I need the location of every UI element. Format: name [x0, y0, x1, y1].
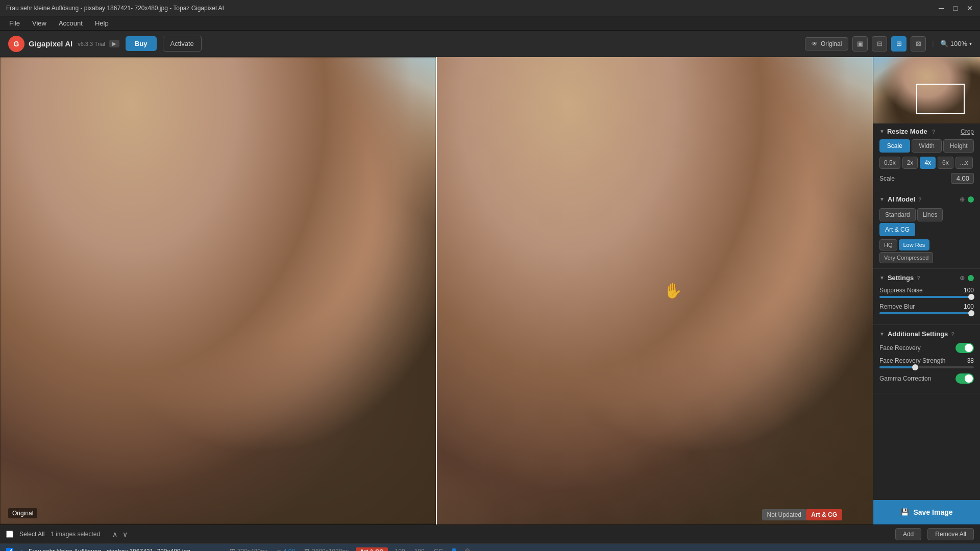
resize-mode-section: ▼ Resize Mode ? Crop Scale Width Height … [873, 123, 980, 190]
additional-settings-help-icon[interactable]: ? [951, 331, 954, 337]
file-scale: ✕ 4.00 [275, 548, 297, 551]
app-version: v6.3.3 Trial [78, 41, 105, 47]
eye-icon: 👁 [812, 40, 818, 47]
quality-lowres-button[interactable]: Low Res [899, 239, 930, 251]
scroll-down-button[interactable]: ∨ [120, 529, 130, 539]
quality-buttons: HQ Low Res Very Compressed [879, 239, 974, 263]
ai-model-section: ▼ AI Model ? ⊕ Standard Lines Art & CG H… [873, 190, 980, 269]
trial-dropdown[interactable]: ▶ [109, 40, 119, 47]
save-icon: 💾 [900, 508, 909, 516]
model-lines-button[interactable]: Lines [917, 208, 943, 221]
comparison-view: Original Not Updated Art & CG ✋ [0, 57, 873, 524]
add-files-button[interactable]: Add [895, 528, 921, 540]
face-recovery-toggle[interactable] [955, 343, 974, 353]
zoom-control[interactable]: 🔍 100% ▾ [940, 40, 972, 47]
gamma-correction-label: Gamma Correction [879, 375, 931, 382]
file-checkbox[interactable] [6, 548, 13, 551]
suppress-noise-slider[interactable] [879, 296, 974, 298]
quality-hq-button[interactable]: HQ [879, 239, 897, 251]
zoom-icon: 🔍 [940, 40, 948, 47]
scale-custom-button[interactable]: ...x [955, 157, 973, 169]
view-split-v-button[interactable]: ⊞ [891, 36, 906, 52]
file-noise: 100 [393, 548, 407, 551]
scroll-up-button[interactable]: ∧ [110, 529, 119, 539]
original-view-button[interactable]: 👁 Original [805, 37, 848, 51]
resize-mode-chevron-icon: ▼ [879, 129, 885, 134]
file-delete-button[interactable]: 🗑 [463, 546, 472, 551]
menu-help[interactable]: Help [90, 17, 114, 29]
header: G Gigapixel AI v6.3.3 Trial ▶ Buy Activa… [0, 31, 980, 57]
scale-tab[interactable]: Scale [879, 139, 910, 153]
model-artcg-button[interactable]: Art & CG [879, 223, 915, 236]
select-all-label[interactable]: Select All [19, 531, 44, 538]
left-image-panel: Original [0, 57, 436, 524]
crop-label[interactable]: Crop [961, 128, 974, 135]
remove-blur-value: 100 [959, 303, 974, 310]
remove-all-button[interactable]: Remove All [927, 528, 974, 540]
face-recovery-strength-slider[interactable] [879, 366, 974, 368]
scale-field-label: Scale [879, 175, 895, 182]
save-area: 💾 Save Image [873, 500, 980, 524]
settings-toggle[interactable] [968, 275, 974, 281]
titlebar-title: Frau sehr kleine Auflösung - pixabay 186… [6, 5, 224, 12]
main-layout: Original Not Updated Art & CG ✋ ▼ Resize… [0, 57, 980, 524]
logo-icon: G [8, 36, 24, 52]
file-size-out-value: 2880x1920px [312, 548, 349, 551]
settings-header: ▼ Settings ? ⊕ [879, 274, 974, 282]
file-blur: 100 [412, 548, 427, 551]
face-recovery-toggle-row: Face Recovery [879, 343, 974, 353]
separator: | [932, 40, 934, 47]
resize-mode-label: ▼ Resize Mode ? [879, 128, 935, 135]
view-quad-button[interactable]: ⊠ [911, 36, 926, 52]
titlebar: Frau sehr kleine Auflösung - pixabay 186… [0, 0, 980, 16]
quality-verycompressed-button[interactable]: Very Compressed [879, 252, 933, 263]
view-split-h-button[interactable]: ⊟ [872, 36, 887, 52]
height-tab[interactable]: Height [943, 139, 974, 153]
file-name: Frau sehr kleine Auflösung - pixabay 186… [29, 548, 223, 551]
save-image-button[interactable]: 💾 Save Image [873, 500, 980, 524]
file-person-icon: 👤 [450, 548, 458, 551]
file-row[interactable]: ✓ Frau sehr kleine Auflösung - pixabay 1… [0, 544, 980, 551]
scale-05x-button[interactable]: 0.5x [879, 157, 900, 169]
ai-model-toggle[interactable] [968, 196, 974, 203]
menu-view[interactable]: View [27, 17, 52, 29]
gamma-correction-toggle[interactable] [955, 373, 974, 384]
file-model-badge: Art & CG [356, 547, 387, 551]
original-image [0, 57, 436, 524]
maximize-button[interactable]: □ [951, 4, 960, 12]
width-tab[interactable]: Width [912, 139, 942, 153]
scale-value-input[interactable]: 4.00 [951, 173, 974, 184]
activate-button[interactable]: Activate [163, 36, 202, 52]
ai-model-label: AI Model [888, 195, 915, 203]
app-name: Gigapixel AI [29, 39, 72, 48]
ai-model-expand-icon[interactable]: ⊕ [960, 196, 965, 203]
comparison-divider[interactable] [436, 57, 437, 524]
resize-mode-help-icon[interactable]: ? [932, 129, 936, 135]
image-area[interactable]: Original Not Updated Art & CG ✋ [0, 57, 873, 524]
settings-help-icon[interactable]: ? [917, 275, 920, 281]
scale-4x-button[interactable]: 4x [920, 157, 936, 169]
buy-button[interactable]: Buy [126, 36, 157, 51]
suppress-noise-value: 100 [959, 287, 974, 294]
menu-account[interactable]: Account [54, 17, 88, 29]
menu-file[interactable]: File [4, 17, 25, 29]
settings-section: ▼ Settings ? ⊕ Suppress Noise 100 [873, 269, 980, 325]
model-buttons: Standard Lines Art & CG [879, 208, 974, 236]
gamma-correction-toggle-row: Gamma Correction [879, 373, 974, 384]
file-noise-value: 100 [395, 548, 405, 551]
ai-model-help-icon[interactable]: ? [918, 196, 922, 203]
view-single-button[interactable]: ▣ [852, 36, 868, 52]
titlebar-controls: ─ □ ✕ [937, 4, 974, 12]
additional-settings-section: ▼ Additional Settings ? Face Recovery Fa… [873, 325, 980, 393]
minimize-button[interactable]: ─ [937, 4, 945, 12]
scale-2x-button[interactable]: 2x [902, 157, 918, 169]
ai-model-chevron-icon: ▼ [879, 196, 885, 202]
model-standard-button[interactable]: Standard [879, 208, 916, 221]
processed-image [436, 57, 873, 524]
select-all-checkbox[interactable] [6, 531, 13, 538]
scale-6x-button[interactable]: 6x [938, 157, 953, 169]
close-button[interactable]: ✕ [966, 4, 974, 12]
face-recovery-toggle-knob [965, 344, 973, 352]
settings-expand-icon[interactable]: ⊕ [960, 274, 965, 282]
remove-blur-slider[interactable] [879, 312, 974, 314]
